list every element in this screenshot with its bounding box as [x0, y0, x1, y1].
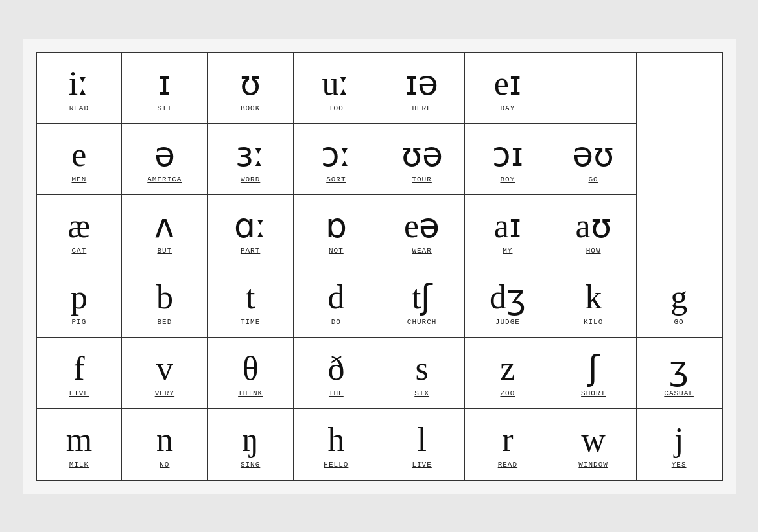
ipa-word: WEAR	[412, 247, 431, 255]
ipa-word: READ	[498, 461, 517, 468]
ipa-word: BOY	[500, 176, 515, 183]
table-cell: əʊGO	[551, 124, 636, 195]
cell-inner: nNO	[124, 413, 204, 477]
ipa-word: ZOO	[500, 389, 515, 397]
table-cell: ʃSHORT	[551, 338, 636, 409]
table-cell: lLIVE	[379, 409, 465, 480]
ipa-word: BUT	[157, 247, 172, 255]
ipa-symbol: əʊ	[573, 136, 614, 173]
cell-inner: ʒCASUAL	[639, 341, 719, 406]
table-cell: ɪəHERE	[379, 52, 465, 124]
ipa-word: MILK	[69, 461, 89, 468]
cell-inner: hHELLO	[296, 413, 376, 477]
table-cell: ʊəTOUR	[379, 124, 465, 195]
cell-inner: bBED	[124, 270, 204, 334]
ipa-symbol: ɪə	[405, 65, 438, 102]
ipa-word: SHORT	[581, 389, 606, 397]
table-cell: kKILO	[551, 266, 636, 338]
ipa-word: GO	[589, 176, 598, 183]
table-cell: ɑːPART	[207, 195, 293, 266]
table-cell: mMILK	[36, 409, 122, 480]
table-cell: wWINDOW	[551, 409, 636, 480]
table-cell: dʒJUDGE	[465, 266, 551, 338]
table-cell: bBED	[122, 266, 207, 338]
ipa-symbol: l	[417, 421, 426, 458]
cell-inner: tʃCHURCH	[382, 270, 462, 334]
cell-inner: ɑːPART	[211, 199, 290, 263]
ipa-word: PART	[241, 247, 260, 255]
table-cell: ŋSING	[207, 409, 293, 480]
ipa-word: BOOK	[241, 104, 260, 112]
table-cell: fFIVE	[36, 338, 122, 409]
cell-inner: æCAT	[40, 199, 119, 263]
ipa-symbol: ʃ	[588, 350, 599, 387]
table-cell: tʃCHURCH	[379, 266, 465, 338]
ipa-word: NO	[160, 461, 169, 468]
table-cell: pPIG	[36, 266, 122, 338]
page-container: iːREADɪSITʊBOOKuːTOOɪəHEREeɪDAYeMENəAMER…	[23, 39, 736, 494]
ipa-symbol: eə	[404, 207, 440, 244]
ipa-word: DO	[331, 318, 341, 326]
table-cell: aʊHOW	[551, 195, 636, 266]
ipa-word: TOO	[329, 104, 344, 112]
table-cell: θTHINK	[207, 338, 293, 409]
ipa-symbol: æ	[68, 207, 91, 244]
table-cell	[551, 52, 636, 124]
table-cell: ɔɪBOY	[465, 124, 551, 195]
table-cell: əAMERICA	[122, 124, 207, 195]
table-cell: ɪSIT	[122, 52, 207, 124]
ipa-symbol: h	[327, 421, 344, 458]
ipa-symbol: ʒ	[669, 350, 689, 387]
ipa-symbol: aʊ	[576, 207, 611, 244]
table-cell: rREAD	[465, 409, 551, 480]
ipa-symbol: iː	[69, 65, 89, 102]
table-cell: ʊBOOK	[207, 52, 293, 124]
ipa-word: TIME	[241, 318, 260, 326]
ipa-word: SORT	[326, 176, 346, 183]
ipa-word: FIVE	[69, 389, 89, 397]
table-cell: hHELLO	[293, 409, 379, 480]
ipa-word: JUDGE	[495, 318, 520, 326]
table-cell: ðTHE	[293, 338, 379, 409]
table-cell: eɪDAY	[465, 52, 551, 124]
table-cell: uːTOO	[293, 52, 379, 124]
cell-inner: uːTOO	[296, 57, 376, 121]
ipa-word: SIX	[414, 389, 429, 397]
ipa-symbol: j	[674, 421, 683, 458]
ipa-word: LIVE	[412, 461, 431, 468]
ipa-symbol: s	[416, 350, 429, 387]
ipa-word: MY	[503, 247, 512, 255]
cell-inner: iːREAD	[40, 57, 119, 121]
table-cell: ɒNOT	[293, 195, 379, 266]
ipa-word: YES	[672, 461, 687, 468]
table-cell: ɜːWORD	[207, 124, 293, 195]
ipa-symbol: tʃ	[412, 279, 432, 316]
cell-inner: ɔɪBOY	[468, 128, 547, 192]
ipa-symbol: ɪ	[158, 65, 171, 102]
cell-inner: gGO	[639, 270, 719, 334]
ipa-word: THE	[329, 389, 344, 397]
ipa-symbol: ð	[327, 350, 344, 387]
ipa-symbol: e	[71, 136, 86, 173]
ipa-word: TOUR	[412, 176, 431, 183]
ipa-symbol: p	[71, 279, 88, 316]
ipa-symbol: eɪ	[494, 65, 521, 102]
cell-inner: fFIVE	[40, 341, 119, 406]
cell-inner: wWINDOW	[554, 413, 634, 477]
ipa-symbol: b	[156, 279, 173, 316]
cell-inner: jYES	[639, 413, 719, 477]
ipa-symbol: w	[581, 421, 606, 458]
ipa-symbol: ɔː	[321, 136, 351, 173]
table-cell: dDO	[293, 266, 379, 338]
ipa-word: SIT	[157, 104, 172, 112]
ipa-word: GO	[674, 318, 684, 326]
cell-inner: kKILO	[554, 270, 634, 334]
ipa-symbol: ʊ	[240, 65, 261, 102]
cell-inner: aɪMY	[468, 199, 547, 263]
ipa-symbol: ə	[154, 136, 175, 173]
ipa-symbol: ɒ	[326, 207, 347, 244]
table-cell: iːREAD	[36, 52, 122, 124]
cell-inner: ʊBOOK	[211, 57, 290, 121]
table-cell: nNO	[122, 409, 207, 480]
cell-inner: sSIX	[382, 341, 462, 406]
